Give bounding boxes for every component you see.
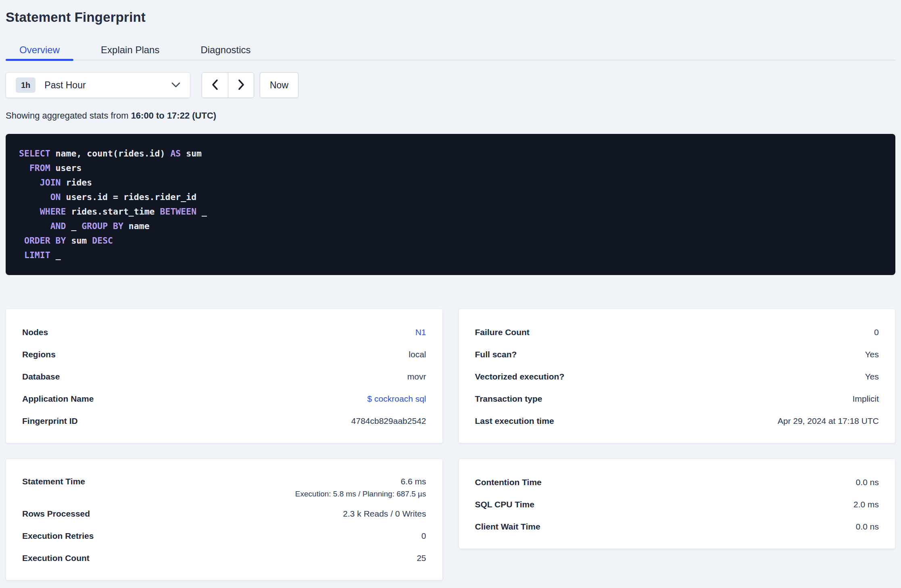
stat-label: Rows Processed bbox=[22, 509, 90, 519]
stat-value: Yes bbox=[865, 372, 879, 382]
stat-row-failure-count: Failure Count 0 bbox=[475, 321, 879, 343]
stat-label: Vectorized execution? bbox=[475, 372, 565, 382]
sql-line-6: AND _ GROUP BY name bbox=[19, 219, 882, 234]
prev-time-button[interactable] bbox=[202, 73, 228, 98]
next-time-button[interactable] bbox=[228, 73, 254, 98]
wait-time-card: Contention Time 0.0 ns SQL CPU Time 2.0 … bbox=[459, 459, 896, 549]
stat-label: Last execution time bbox=[475, 416, 554, 426]
sql-line-4: ON users.id = rides.rider_id bbox=[19, 190, 882, 204]
stat-value: 0.0 ns bbox=[856, 477, 879, 487]
stat-label: Transaction type bbox=[475, 394, 542, 404]
stat-label: Fingerprint ID bbox=[22, 416, 78, 426]
tab-diagnostics-label: Diagnostics bbox=[200, 44, 250, 56]
sql-line-3: JOIN rides bbox=[19, 175, 882, 190]
aggregated-stats-range: 16:00 to 17:22 (UTC) bbox=[131, 111, 217, 121]
statement-details-card: Nodes N1 Regions local Database movr App… bbox=[6, 309, 443, 443]
stat-label: Failure Count bbox=[475, 327, 530, 337]
statement-time-breakdown: Execution: 5.8 ms / Planning: 687.5 µs bbox=[295, 490, 426, 498]
execution-attributes-card: Failure Count 0 Full scan? Yes Vectorize… bbox=[459, 309, 896, 443]
stat-row-vectorized: Vectorized execution? Yes bbox=[475, 365, 879, 388]
statement-time-value-block: 6.6 ms Execution: 5.8 ms / Planning: 687… bbox=[295, 477, 426, 498]
stat-value: 0 bbox=[874, 327, 879, 337]
time-range-label: Past Hour bbox=[44, 80, 86, 91]
stat-value: movr bbox=[407, 372, 426, 382]
stat-value: Apr 29, 2024 at 17:18 UTC bbox=[778, 416, 879, 426]
stat-row-last-execution-time: Last execution time Apr 29, 2024 at 17:1… bbox=[475, 410, 879, 432]
tab-explain-plans[interactable]: Explain Plans bbox=[87, 40, 173, 60]
time-range-badge: 1h bbox=[16, 77, 35, 93]
stat-label: Execution Retries bbox=[22, 531, 94, 541]
sql-line-1: SELECT name, count(rides.id) AS sum bbox=[19, 146, 882, 161]
stat-row-client-wait-time: Client Wait Time 0.0 ns bbox=[475, 515, 879, 538]
stat-value: Implicit bbox=[853, 394, 879, 404]
stat-row-execution-retries: Execution Retries 0 bbox=[22, 525, 426, 547]
stat-label: Nodes bbox=[22, 327, 48, 337]
stat-row-fingerprint-id: Fingerprint ID 4784cb829aab2542 bbox=[22, 410, 426, 432]
stat-row-full-scan: Full scan? Yes bbox=[475, 343, 879, 365]
sql-line-7: ORDER BY sum DESC bbox=[19, 234, 882, 248]
stat-row-contention-time: Contention Time 0.0 ns bbox=[475, 471, 879, 493]
stat-label: Database bbox=[22, 372, 60, 382]
stat-row-sql-cpu-time: SQL CPU Time 2.0 ms bbox=[475, 493, 879, 515]
app-name-link[interactable]: $ cockroach sql bbox=[367, 394, 426, 404]
stat-row-execution-count: Execution Count 25 bbox=[22, 547, 426, 569]
stat-value: 4784cb829aab2542 bbox=[351, 416, 426, 426]
stat-row-database: Database movr bbox=[22, 365, 426, 388]
stat-row-transaction-type: Transaction type Implicit bbox=[475, 388, 879, 410]
tab-explain-plans-label: Explain Plans bbox=[101, 44, 159, 56]
stat-value: 0.0 ns bbox=[856, 522, 879, 532]
stat-label: SQL CPU Time bbox=[475, 500, 534, 509]
tab-overview[interactable]: Overview bbox=[6, 40, 73, 60]
chevron-down-icon bbox=[171, 82, 180, 88]
stat-row-application-name: Application Name $ cockroach sql bbox=[22, 388, 426, 410]
time-pager bbox=[202, 72, 254, 98]
stat-value: 25 bbox=[417, 553, 426, 563]
tab-bar: Overview Explain Plans Diagnostics bbox=[6, 40, 895, 60]
stat-label: Statement Time bbox=[22, 477, 85, 486]
stat-value: 2.0 ms bbox=[853, 500, 879, 509]
sql-line-5: WHERE rides.start_time BETWEEN _ bbox=[19, 204, 882, 219]
stat-value: 6.6 ms bbox=[295, 477, 426, 486]
statement-time-card: Statement Time 6.6 ms Execution: 5.8 ms … bbox=[6, 459, 443, 580]
tab-diagnostics[interactable]: Diagnostics bbox=[187, 40, 264, 60]
stat-label: Contention Time bbox=[475, 477, 542, 487]
stat-value: 0 bbox=[421, 531, 426, 541]
stat-label: Execution Count bbox=[22, 553, 90, 563]
chevron-left-icon bbox=[211, 79, 219, 92]
stat-label: Full scan? bbox=[475, 350, 517, 359]
now-button[interactable]: Now bbox=[260, 72, 298, 98]
stat-label: Application Name bbox=[22, 394, 94, 404]
sql-line-8: LIMIT _ bbox=[19, 248, 882, 263]
aggregated-stats-prefix: Showing aggregated stats from bbox=[6, 111, 131, 121]
overview-cards-row: Nodes N1 Regions local Database movr App… bbox=[6, 309, 895, 443]
stat-row-rows-processed: Rows Processed 2.3 k Reads / 0 Writes bbox=[22, 503, 426, 525]
tab-overview-label: Overview bbox=[19, 44, 60, 56]
stat-value: Yes bbox=[865, 350, 879, 359]
stat-label: Client Wait Time bbox=[475, 522, 540, 532]
stat-value: 2.3 k Reads / 0 Writes bbox=[343, 509, 426, 519]
time-controls: 1h Past Hour Now bbox=[6, 72, 895, 98]
stat-row-nodes: Nodes N1 bbox=[22, 321, 426, 343]
page-title: Statement Fingerprint bbox=[6, 10, 895, 25]
stat-label: Regions bbox=[22, 350, 56, 359]
performance-cards-row: Statement Time 6.6 ms Execution: 5.8 ms … bbox=[6, 459, 895, 580]
statement-fingerprint-page: Statement Fingerprint Overview Explain P… bbox=[0, 0, 901, 580]
stat-row-statement-time: Statement Time 6.6 ms Execution: 5.8 ms … bbox=[22, 471, 426, 503]
stat-value: local bbox=[409, 350, 426, 359]
stat-row-regions: Regions local bbox=[22, 343, 426, 365]
sql-code-block: SELECT name, count(rides.id) AS sum FROM… bbox=[6, 134, 895, 275]
node-link[interactable]: N1 bbox=[415, 327, 426, 337]
chevron-right-icon bbox=[238, 79, 245, 92]
aggregated-stats-text: Showing aggregated stats from 16:00 to 1… bbox=[6, 111, 895, 121]
time-range-dropdown[interactable]: 1h Past Hour bbox=[6, 72, 190, 98]
sql-line-2: FROM users bbox=[19, 161, 882, 175]
